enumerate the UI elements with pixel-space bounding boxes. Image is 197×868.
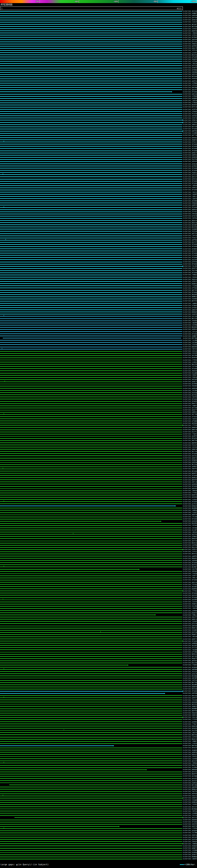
hit-bar[interactable] (0, 560, 182, 561)
hit-label[interactable]: UniRef100_A1CME4 (183, 766, 197, 769)
hit-label[interactable]: UniRef100_Q9BP05 (183, 204, 197, 206)
hit-bar[interactable] (0, 617, 182, 617)
hit-bar[interactable] (0, 726, 182, 726)
hit-bar[interactable] (0, 388, 182, 389)
hit-label[interactable]: UniRef100_Q7RN43 (183, 535, 197, 537)
hit-bar[interactable] (0, 229, 182, 229)
hit-label[interactable]: UniRef100_C7Z5F6 (183, 827, 197, 830)
hit-bar[interactable] (0, 35, 182, 35)
hit-bar[interactable] (0, 281, 182, 282)
hit-bar[interactable] (0, 510, 182, 510)
hit-label[interactable]: UniRef100_B0DMB9 (183, 708, 197, 710)
hit-label[interactable]: UniRef100_Q6Y2I1 (183, 703, 197, 706)
hit-bar[interactable] (0, 767, 182, 768)
hit-label[interactable]: UniRef100_A8NVJ4 (183, 448, 197, 451)
hit-label[interactable]: UniRef100_Q6CQD5 (183, 645, 197, 647)
hit-bar[interactable] (0, 673, 182, 674)
hit-label[interactable]: UniRef100_Q2GQH9 (183, 830, 197, 832)
hit-label[interactable]: UniRef100_Q9G761 (183, 455, 197, 457)
hit-bar[interactable] (0, 477, 182, 478)
hit-bar[interactable] (0, 595, 182, 595)
hit-bar[interactable] (0, 87, 182, 88)
hit-label[interactable]: UniRef100_UP1000... (183, 182, 197, 184)
hit-label[interactable]: UniRef100_C5MDL3 (183, 614, 197, 616)
hit-bar[interactable] (0, 416, 182, 417)
hit-bar[interactable] (0, 358, 182, 358)
hit-label[interactable]: UniRef100_B5X3H4 (183, 688, 197, 690)
hit-label[interactable]: UniRef100_A9NU91 (183, 43, 197, 45)
hit-bar[interactable] (0, 392, 182, 393)
hit-bar[interactable] (0, 491, 182, 491)
hit-bar[interactable] (0, 813, 182, 813)
hit-bar[interactable] (0, 124, 182, 125)
hit-label[interactable]: UniRef100_A6SJN0 (183, 354, 197, 356)
hit-label[interactable]: UniRef100_A6ZWA8 (183, 666, 197, 669)
hit-bar[interactable] (0, 715, 182, 716)
hit-label[interactable]: UniRef100_A9P9Y9 (183, 73, 197, 75)
hit-label[interactable]: UniRef100_A8PCJ0 (183, 481, 197, 483)
hit-label[interactable]: UniRef100_Q17033 (183, 503, 197, 505)
hit-bar[interactable] (0, 22, 182, 23)
hit-bar[interactable] (0, 170, 182, 170)
hit-label[interactable]: UniRef100_Q94624 (183, 163, 197, 165)
hit-bar[interactable] (0, 377, 182, 378)
hit-bar[interactable] (0, 275, 182, 275)
hit-bar[interactable] (0, 427, 182, 428)
hit-bar[interactable] (0, 578, 182, 578)
hit-bar[interactable] (0, 373, 182, 373)
hit-bar[interactable] (0, 704, 182, 705)
hit-bar[interactable] (0, 46, 182, 46)
hit-bar[interactable] (0, 632, 182, 633)
hit-label[interactable]: UniRef100_B8N9E1 (183, 557, 197, 559)
hit-label[interactable]: UniRef100_C5P3K9 (183, 524, 197, 527)
hit-bar[interactable] (0, 292, 182, 293)
hit-label[interactable]: UniRef100_B9T0A0 (183, 75, 197, 78)
hit-label[interactable]: UniRef100_Q4P8Y7 (183, 697, 197, 699)
hit-bar[interactable] (0, 434, 182, 434)
hit-label[interactable]: UniRef100_A9UDN5 (183, 228, 197, 230)
hit-label[interactable]: UniRef100_Q4ACQ2 (183, 93, 197, 95)
hit-bar[interactable] (0, 580, 182, 581)
hit-label[interactable]: UniRef100_P29327 (183, 444, 197, 446)
hit-label[interactable]: UniRef100_UP1000... (183, 821, 197, 823)
hit-bar[interactable] (0, 264, 182, 265)
hit-bar[interactable] (0, 469, 182, 469)
hit-label[interactable]: UniRef100_A1DKX2 (183, 782, 197, 784)
hit-label[interactable]: UniRef100_Q40549 (183, 38, 197, 41)
hit-bar[interactable] (0, 711, 182, 711)
hit-bar[interactable] (0, 763, 182, 763)
hit-bar[interactable] (0, 91, 171, 92)
hit-label[interactable]: UniRef100_B6H8K0 (183, 326, 197, 328)
hit-label[interactable]: UniRef100_C6TGJ9 (183, 49, 197, 52)
hit-bar[interactable] (0, 70, 182, 70)
hit-bar[interactable] (0, 379, 182, 380)
hit-label[interactable]: UniRef100_Q9U762 (183, 533, 197, 535)
hit-bar[interactable] (0, 843, 182, 844)
hit-bar[interactable] (0, 558, 182, 559)
hit-bar[interactable] (0, 798, 182, 798)
hit-bar[interactable] (0, 628, 182, 628)
hit-label[interactable]: UniRef100_B3RSK1 (183, 137, 197, 139)
hit-label[interactable]: UniRef100_B4N600 (183, 427, 197, 429)
hit-label[interactable]: UniRef100_C7YI25 (183, 718, 197, 720)
hit-bar[interactable] (0, 48, 182, 49)
hit-label[interactable]: UniRef100_A2QQ1L (183, 172, 197, 174)
hit-label[interactable]: UniRef100_Q4P2V4 (183, 625, 197, 627)
hit-bar[interactable] (0, 355, 182, 356)
hit-label[interactable]: UniRef100_C1BZG4 (183, 99, 197, 102)
hit-bar[interactable] (0, 68, 182, 68)
hit-bar[interactable] (14, 817, 182, 818)
hit-bar[interactable] (0, 841, 182, 842)
hit-label[interactable]: UniRef100_A4V9F8 (183, 823, 197, 825)
hit-bar[interactable] (0, 610, 182, 611)
hit-label[interactable]: UniRef100_UP1000... (183, 150, 197, 152)
hit-label[interactable]: UniRef100_C6HJW2 (183, 527, 197, 529)
hit-bar[interactable] (0, 824, 182, 825)
hit-label[interactable]: UniRef100_C5G3Y8 (183, 814, 197, 816)
hit-bar[interactable] (0, 423, 182, 423)
hit-label[interactable]: UniRef100_A4RUG1 (183, 123, 197, 126)
hit-label[interactable]: UniRef100_A2R5K8 (183, 559, 197, 562)
hit-label[interactable]: UniRef100_B3RQZ9 (183, 505, 197, 507)
hit-label[interactable]: UniRef100_C4JGF8 (183, 601, 197, 603)
hit-label[interactable]: UniRef100_A5E0N9 (183, 385, 197, 387)
